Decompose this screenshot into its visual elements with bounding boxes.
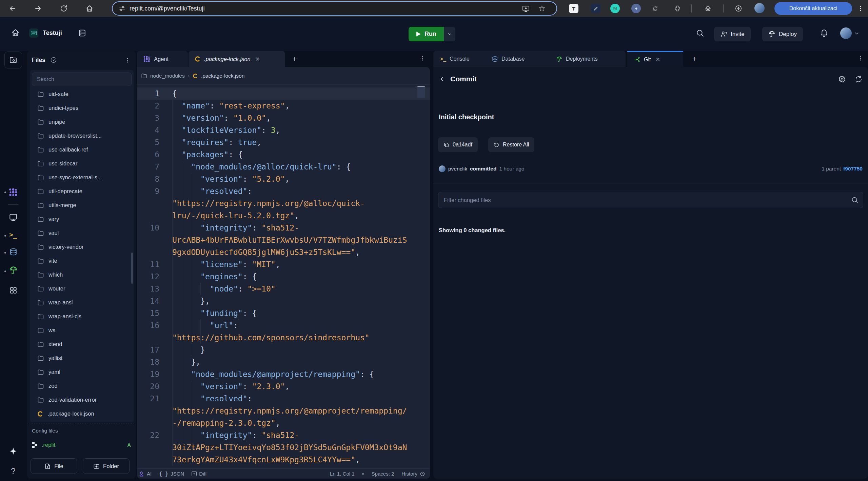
code-line[interactable]: 3 "version": "1.0.0", [137,112,430,124]
refresh-icon[interactable] [855,75,863,83]
cursor-position[interactable]: Ln 1, Col 1 [330,471,355,477]
file-tree-item-folder[interactable]: use-callback-ref [30,143,134,157]
author-avatar[interactable] [439,165,446,172]
finish-update-button[interactable]: Dokončit aktualizaci [774,2,852,15]
code-line[interactable]: 6 "packages": { [137,148,430,161]
file-tree-item-folder[interactable]: vary [30,212,134,226]
incognito-icon[interactable] [703,4,713,13]
status-language[interactable]: { } JSON [159,471,184,477]
code-line[interactable]: 4 "lockfileVersion": 3, [137,124,430,136]
browser-profile-avatar[interactable] [754,3,765,13]
file-tree-item-folder[interactable]: yallist [30,351,134,365]
run-button[interactable]: Run [409,27,444,41]
file-tree-item-folder[interactable]: vaul [30,226,134,240]
editor-scrollbar[interactable] [417,86,425,98]
bookmark-star-icon[interactable]: ☆ [538,2,546,15]
parent-hash-link[interactable]: f907750 [843,166,863,172]
breadcrumb-folder[interactable]: node_modules [150,73,185,79]
config-file-replit[interactable]: .replit A [27,438,136,452]
code-line[interactable]: 2 "name": "rest-express", [137,100,430,112]
browser-menu-icon[interactable] [853,1,868,16]
tab-agent[interactable]: Agent [137,51,188,67]
tab-database[interactable]: Database [485,51,549,67]
extension-icon-bolt[interactable] [631,4,641,13]
extension-icon-pen[interactable] [591,4,600,13]
run-options-chevron[interactable] [444,27,455,41]
reload-icon[interactable] [56,1,71,16]
file-tree-item-folder[interactable]: zod-validation-error [30,393,134,407]
file-tree-item-folder[interactable]: ws [30,323,134,337]
code-line[interactable]: 7 "node_modules/@alloc/quick-lru": { [137,161,430,173]
code-line[interactable]: 21 "resolved": "https://registry.npmjs.o… [137,393,430,429]
right-menu-kebab-icon[interactable] [857,55,864,61]
collapse-files-icon[interactable] [4,52,22,68]
tab-git[interactable]: Git ✕ [627,51,683,67]
tab-console[interactable]: >_ Console [433,51,485,67]
home-icon[interactable] [82,1,97,16]
tab-package-lock[interactable]: .package-lock.json ✕ [189,51,285,67]
code-line[interactable]: 19 "node_modules/@ampproject/remapping":… [137,368,430,380]
files-menu-kebab-icon[interactable] [124,57,131,63]
assistant-sparkle-icon[interactable] [0,447,26,456]
file-tree-item-folder[interactable]: wouter [30,282,134,296]
extension-icon-recycle[interactable] [651,4,660,13]
account-chevron-icon[interactable] [854,31,860,36]
notifications-bell-icon[interactable] [820,28,828,37]
file-tree-item-file[interactable]: .package-lock.json [30,407,134,421]
help-icon[interactable]: ? [0,466,26,476]
code-line[interactable]: 13 "node": ">=10" [137,283,430,295]
file-tree-item-folder[interactable]: uid-safe [30,87,134,101]
git-settings-gear-icon[interactable] [838,75,846,83]
new-folder-button[interactable]: Folder [83,458,130,474]
forward-icon[interactable] [31,1,45,16]
address-bar[interactable]: replit.com/@pvenclik/Testuji ☆ [112,1,557,16]
file-tree-item-folder[interactable]: undici-types [30,101,134,115]
file-tree-item-folder[interactable]: yaml [30,365,134,379]
file-tree-scrollbar[interactable] [131,253,133,284]
code-line[interactable]: 20 "version": "2.3.0", [137,380,430,393]
code-line[interactable]: 1{ [137,87,430,100]
file-tree-item-folder[interactable]: use-sidecar [30,157,134,171]
file-tree-item-folder[interactable]: vite [30,254,134,268]
code-line[interactable]: 5 "requires": true, [137,136,430,148]
code-line[interactable]: 9 "resolved": "https://registry.npmjs.or… [137,185,430,222]
site-settings-icon[interactable] [119,5,125,12]
restore-all-button[interactable]: Restore All [488,137,534,152]
code-line[interactable]: 8 "version": "5.2.0", [137,173,430,185]
file-tree-item-folder[interactable]: unpipe [30,115,134,129]
extensions-puzzle-icon[interactable] [673,4,682,13]
code-line[interactable]: 10 "integrity": "sha512-UrcABB+4bUrFABwb… [137,222,430,258]
agent-icon[interactable] [0,187,26,197]
account-avatar[interactable] [840,27,852,39]
new-tab-icon[interactable]: + [289,54,300,64]
deployments-icon[interactable] [0,266,26,275]
file-tree-item-folder[interactable]: zod [30,379,134,393]
code-editor[interactable]: 1{2 "name": "rest-express",3 "version": … [137,85,430,466]
new-file-button[interactable]: File [31,458,77,474]
file-tree-item-folder[interactable]: update-browserslist... [30,129,134,143]
database-icon[interactable] [0,248,26,256]
code-line[interactable]: 11 "license": "MIT", [137,258,430,270]
commit-hash-button[interactable]: 0a14adf [438,137,478,152]
status-history[interactable]: History [401,471,425,477]
battery-saver-icon[interactable] [734,4,743,13]
file-tree-item-folder[interactable]: use-sync-external-s... [30,171,134,184]
file-search-input[interactable] [32,73,132,86]
file-tree-item-folder[interactable]: util-deprecate [30,184,134,198]
filter-changed-files-input[interactable] [438,192,863,208]
file-tree-item-folder[interactable]: wrap-ansi-cjs [30,309,134,323]
back-icon[interactable] [5,1,20,16]
file-tree-item-folder[interactable]: which [30,268,134,282]
breadcrumb-file[interactable]: .package-lock.json [201,73,244,79]
close-tab-icon[interactable]: ✕ [655,56,660,63]
back-chevron-icon[interactable] [439,76,446,82]
deploy-button[interactable]: Deploy [762,27,803,41]
author-name[interactable]: pvenclik [448,166,467,172]
editor-menu-kebab-icon[interactable] [419,55,426,61]
file-tree-item-folder[interactable]: victory-vendor [30,240,134,254]
search-icon[interactable] [696,29,704,37]
shell-icon[interactable]: >_ [0,231,26,238]
layout-toggle-icon[interactable] [78,29,86,37]
code-line[interactable]: 22 "integrity": "sha512-30iZtAPgz+LTIYoe… [137,429,430,466]
status-diff[interactable]: ± Diff [192,471,206,477]
